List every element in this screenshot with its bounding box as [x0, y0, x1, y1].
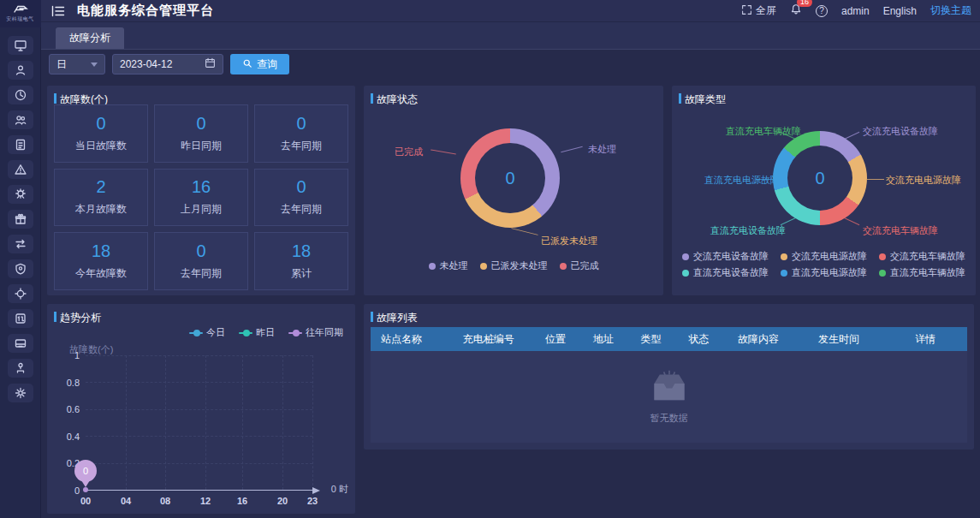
column-header: 发生时间 — [794, 332, 884, 347]
logo-text: 安科瑞电气 — [6, 15, 34, 23]
legend-dot — [429, 263, 436, 270]
legend-item[interactable]: 昨日 — [239, 326, 275, 339]
legend-item[interactable]: 已派发未处理 — [480, 259, 548, 272]
sidebar-item-badge[interactable] — [8, 185, 33, 204]
legend-item[interactable]: 直流充电设备故障 — [682, 266, 769, 279]
callout-label: 未处理 — [588, 143, 616, 156]
sidebar-item-device-panel[interactable] — [8, 334, 33, 353]
column-header: 充电桩编号 — [445, 332, 532, 347]
fullscreen-button[interactable]: 全屏 — [741, 3, 776, 18]
stat-card-last-month: 16上月同期 — [154, 169, 248, 227]
legend-dot — [879, 253, 886, 260]
legend-item[interactable]: 交流充电车辆故障 — [879, 250, 965, 263]
legend-dot — [560, 263, 567, 270]
callout-line — [781, 217, 797, 225]
callout-label: 交流充电设备故障 — [863, 125, 938, 138]
notification-badge: 16 — [797, 0, 812, 7]
logo[interactable]: 安科瑞电气 — [0, 0, 41, 27]
panel-title: 故障状态 — [371, 92, 418, 107]
fault-type-donut-chart[interactable] — [773, 131, 867, 225]
legend-item[interactable]: 直流充电电源故障 — [781, 266, 867, 279]
theme-switch-link[interactable]: 切换主题 — [930, 3, 971, 18]
legend-label: 已完成 — [571, 259, 599, 272]
x-tick: 08 — [160, 496, 170, 506]
panel-trend: 趋势分析 今日 昨日 往年同期 故障数(个) 1 0.8 0.6 0.4 0.2… — [47, 304, 355, 514]
gridline — [205, 355, 206, 490]
sidebar-nav — [8, 36, 33, 402]
period-select-value: 日 — [56, 57, 67, 72]
legend-label: 今日 — [206, 326, 225, 339]
x-tick: 00 — [80, 496, 91, 506]
sidebar-item-meter[interactable] — [8, 309, 33, 328]
table-header-row: 站点名称 充电桩编号 位置 地址 类型 状态 故障内容 发生时间 详情 — [371, 327, 967, 351]
callout-label: 直流充电电源故障 — [704, 174, 780, 187]
y-tick: 0.8 — [67, 378, 80, 388]
gridline — [86, 382, 312, 383]
sidebar-item-transfer[interactable] — [8, 235, 33, 253]
legend-item[interactable]: 今日 — [189, 326, 225, 339]
date-input[interactable]: 2023-04-12 — [112, 54, 223, 74]
stat-card-today: 0当日故障数 — [54, 104, 148, 163]
callout-line — [511, 228, 538, 235]
notifications-button[interactable]: 16 — [790, 3, 802, 18]
fault-status-legend: 未处理 已派发未处理 已完成 — [364, 259, 663, 272]
legend-dot — [480, 263, 487, 270]
callout-label: 已完成 — [395, 146, 423, 158]
app-title: 电能服务综合管理平台 — [77, 3, 214, 19]
legend-label: 已派发未处理 — [491, 259, 548, 272]
legend-label: 交流充电设备故障 — [693, 250, 769, 263]
legend-item[interactable]: 已完成 — [560, 259, 599, 272]
gridline — [86, 409, 312, 410]
query-button[interactable]: 查询 — [230, 54, 289, 74]
callout-label: 交流充电车辆故障 — [863, 224, 938, 237]
period-select[interactable]: 日 — [49, 54, 105, 74]
fault-status-donut-chart[interactable] — [460, 128, 560, 228]
team-icon — [14, 113, 27, 127]
legend-label: 未处理 — [440, 259, 468, 272]
stat-label: 去年同期 — [181, 266, 222, 281]
sidebar-item-gift[interactable] — [8, 210, 33, 229]
stat-value: 0 — [296, 114, 306, 134]
table-empty-state: 暂无数据 — [371, 351, 967, 443]
stat-card-last-year-year: 0去年同期 — [154, 232, 248, 290]
empty-text: 暂无数据 — [650, 412, 688, 425]
legend-item[interactable]: 往年同期 — [288, 326, 343, 339]
legend-item[interactable]: 直流充电车辆故障 — [879, 266, 965, 279]
filter-bar: 日 2023-04-12 查询 — [41, 50, 980, 79]
column-header: 位置 — [532, 332, 579, 347]
legend-label: 直流充电电源故障 — [792, 266, 867, 279]
column-header: 地址 — [579, 332, 627, 347]
sidebar-item-monitor[interactable] — [8, 36, 33, 55]
callout-line — [844, 217, 860, 225]
meter-icon — [14, 312, 27, 325]
shield-icon — [14, 262, 27, 276]
sidebar-item-target[interactable] — [8, 284, 33, 303]
sidebar-item-org[interactable] — [8, 359, 33, 378]
stat-label: 昨日同期 — [181, 139, 222, 153]
stat-label: 去年同期 — [281, 202, 322, 217]
menu-collapse-icon[interactable] — [51, 5, 65, 17]
help-button[interactable]: ? — [816, 5, 828, 17]
sidebar-item-settings[interactable] — [8, 384, 33, 402]
username[interactable]: admin — [841, 5, 870, 17]
sidebar-item-user[interactable] — [8, 61, 33, 80]
legend-item[interactable]: 交流充电设备故障 — [682, 250, 769, 263]
legend-dot — [879, 270, 886, 277]
trend-plot-area: 0 时 0 — [86, 355, 312, 491]
sidebar-item-alert[interactable] — [8, 160, 33, 179]
legend-label: 往年同期 — [306, 326, 343, 339]
legend-item[interactable]: 未处理 — [429, 259, 468, 272]
stat-value: 0 — [196, 241, 205, 261]
tab-fault-analysis[interactable]: 故障分析 — [56, 27, 124, 49]
x-axis-arrow — [312, 487, 320, 494]
sidebar-item-team[interactable] — [8, 110, 33, 129]
legend-item[interactable]: 交流充电电源故障 — [781, 250, 867, 263]
language-switch[interactable]: English — [883, 5, 917, 17]
gridline — [312, 355, 313, 490]
stat-card-year: 18今年故障数 — [54, 232, 148, 290]
sidebar-item-clock[interactable] — [8, 86, 33, 104]
sidebar-item-shield[interactable] — [8, 259, 33, 278]
stat-value: 18 — [292, 241, 311, 261]
sidebar-item-document[interactable] — [8, 135, 33, 154]
fullscreen-icon — [741, 4, 752, 18]
